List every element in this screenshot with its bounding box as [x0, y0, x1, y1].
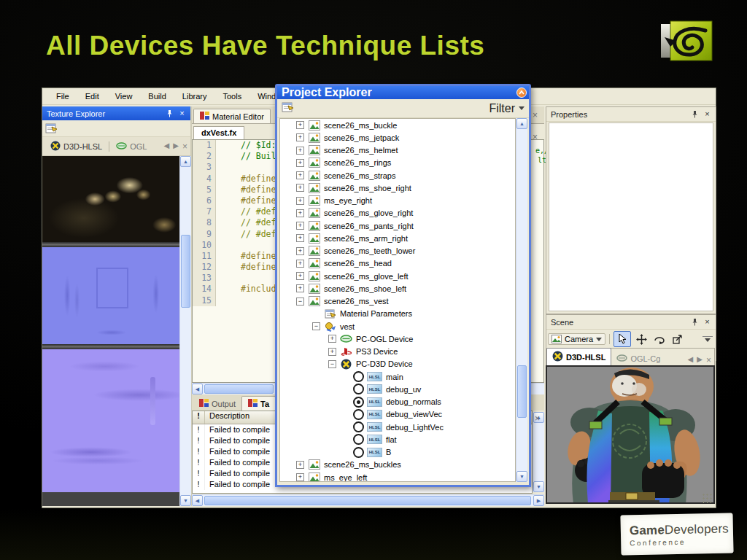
filter-dropdown[interactable]: Filter: [489, 102, 525, 115]
tab-ogl[interactable]: OGL: [111, 140, 152, 153]
texture-thumbnail-normal-map-1[interactable]: [42, 247, 181, 344]
tab-tasks[interactable]: Ta: [241, 396, 276, 411]
close-icon[interactable]: ×: [702, 317, 713, 327]
tree-item[interactable]: HLSLdebug_uv: [280, 383, 515, 395]
technique-radio-off[interactable]: [353, 421, 364, 432]
tree-item[interactable]: +ms_eye_right: [280, 195, 515, 207]
expand-icon[interactable]: +: [328, 335, 336, 343]
expand-icon[interactable]: +: [296, 473, 304, 481]
tree-item[interactable]: +scene26_ms_arm_right: [280, 232, 515, 244]
collapse-icon[interactable]: −: [328, 360, 336, 368]
scroll-down-icon[interactable]: ▼: [533, 481, 544, 492]
scale-tool-button[interactable]: [670, 332, 686, 346]
expand-icon[interactable]: +: [296, 147, 304, 155]
texture-thumbnail-normal-map-2[interactable]: [42, 349, 181, 492]
texture-scrollbar[interactable]: ▲ ▼: [179, 156, 191, 506]
pin-icon[interactable]: [689, 109, 700, 120]
tree-item[interactable]: −PC-D3D Device: [280, 358, 515, 370]
tree-item[interactable]: +scene26_ms_buckle: [280, 119, 515, 131]
tab-prev-icon[interactable]: ◀: [164, 141, 170, 152]
expand-icon[interactable]: +: [296, 247, 304, 255]
tab-ogl-cg[interactable]: OGL-Cg: [611, 352, 665, 365]
tree-item[interactable]: −vest: [280, 320, 515, 332]
project-explorer-titlebar[interactable]: Project Explorer: [277, 86, 529, 99]
close-icon[interactable]: ×: [533, 132, 538, 142]
select-tool-button[interactable]: [614, 331, 631, 347]
tree-item[interactable]: HLSLB: [280, 446, 515, 459]
scroll-down-icon[interactable]: ▼: [516, 471, 527, 482]
column-flag[interactable]: !: [193, 411, 205, 424]
menu-item-file[interactable]: File: [48, 90, 77, 103]
expand-icon[interactable]: +: [296, 209, 304, 217]
properties-sheet-icon[interactable]: [45, 122, 58, 135]
technique-radio-on[interactable]: [353, 397, 364, 408]
tab-next-icon[interactable]: ▶: [173, 141, 179, 152]
scroll-left-icon[interactable]: ◀: [192, 384, 203, 394]
toolbar-overflow-icon[interactable]: [705, 338, 711, 342]
menu-item-view[interactable]: View: [107, 90, 141, 103]
scroll-up-icon[interactable]: ▲: [516, 118, 527, 129]
tree-item[interactable]: +scene26_ms_rings: [280, 157, 515, 169]
tree-item[interactable]: HLSLmain: [280, 370, 515, 383]
pin-icon[interactable]: [164, 109, 175, 119]
close-icon[interactable]: ×: [533, 110, 538, 120]
technique-radio-off[interactable]: [353, 371, 364, 382]
tab-d3d-hlsl[interactable]: D3D-HLSL: [45, 139, 107, 155]
close-icon[interactable]: ×: [535, 413, 540, 424]
menu-item-build[interactable]: Build: [140, 90, 174, 103]
tab-close-icon[interactable]: ×: [706, 355, 711, 365]
tree-item[interactable]: +scene26_ms_head: [280, 257, 515, 270]
scroll-left-icon[interactable]: ◀: [192, 495, 203, 506]
expand-icon[interactable]: +: [296, 159, 304, 167]
menu-item-tools[interactable]: Tools: [214, 90, 249, 103]
scroll-thumb[interactable]: [181, 235, 190, 308]
collapse-icon[interactable]: −: [312, 322, 320, 330]
tree-item[interactable]: +PC-OGL Device: [280, 332, 515, 345]
rollup-icon[interactable]: [516, 88, 527, 98]
technique-radio-off[interactable]: [353, 434, 364, 445]
technique-radio-off[interactable]: [353, 447, 364, 458]
rotate-tool-button[interactable]: [651, 332, 667, 346]
scroll-up-icon[interactable]: ▲: [180, 156, 191, 167]
tree-item[interactable]: +scene26_ms_buckles: [280, 459, 515, 471]
tree-item[interactable]: +scene26_ms_glove_right: [280, 207, 515, 219]
tree-item[interactable]: +scene26_ms_pants_right: [280, 219, 515, 232]
expand-icon[interactable]: +: [296, 171, 304, 179]
expand-icon[interactable]: +: [296, 133, 304, 141]
tab-material-editor[interactable]: Material Editor: [193, 109, 271, 123]
expand-icon[interactable]: +: [296, 272, 304, 280]
tree-item[interactable]: +scene26_ms_jetpack: [280, 131, 515, 144]
technique-radio-off[interactable]: [353, 409, 364, 420]
expand-icon[interactable]: +: [296, 461, 304, 469]
expand-icon[interactable]: +: [296, 184, 304, 192]
texture-thumbnail-diffuse[interactable]: [42, 156, 181, 242]
tab-d3d-hlsl[interactable]: D3D-HLSL: [546, 348, 611, 365]
close-icon[interactable]: ×: [702, 109, 713, 120]
close-icon[interactable]: ×: [177, 109, 187, 119]
expand-icon[interactable]: +: [296, 284, 304, 292]
scroll-thumb[interactable]: [204, 496, 531, 505]
tree-item[interactable]: HLSLdebug_LightVec: [280, 421, 515, 433]
scroll-down-icon[interactable]: ▼: [180, 495, 191, 506]
pin-icon[interactable]: [689, 317, 700, 327]
project-tree-scrollbar[interactable]: ▲ ▼: [516, 118, 527, 482]
tab-next-icon[interactable]: ▶: [697, 355, 703, 365]
tab-output[interactable]: Output: [193, 397, 241, 411]
expand-icon[interactable]: +: [296, 260, 304, 268]
tasks-hscrollbar[interactable]: ◀ ▶: [192, 494, 544, 506]
tree-item[interactable]: +scene26_ms_helmet: [280, 144, 515, 157]
move-tool-button[interactable]: [633, 332, 649, 346]
scroll-thumb[interactable]: [204, 384, 274, 394]
tasks-vscrollbar[interactable]: ▲ ▼: [533, 412, 544, 492]
properties-sheet-icon[interactable]: [282, 101, 294, 115]
tree-item[interactable]: +ms_eye_left: [280, 471, 515, 482]
render-viewport[interactable]: [546, 365, 715, 504]
scroll-thumb[interactable]: [517, 365, 527, 418]
technique-radio-off[interactable]: [353, 384, 364, 394]
camera-dropdown[interactable]: Camera: [548, 333, 605, 345]
expand-icon[interactable]: +: [296, 234, 304, 242]
tree-item[interactable]: HLSLdebug_normals: [280, 396, 515, 408]
tree-item[interactable]: +scene26_ms_shoe_left: [280, 282, 515, 295]
expand-icon[interactable]: +: [296, 197, 304, 205]
tree-item[interactable]: +PS3 Device: [280, 346, 515, 358]
